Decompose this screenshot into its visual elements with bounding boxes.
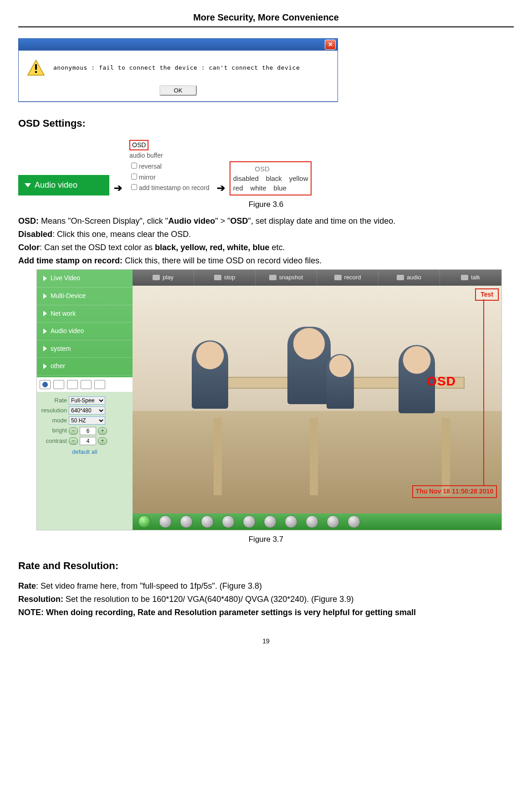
layout-4-icon[interactable]: [81, 380, 92, 389]
resolution-select[interactable]: 640*480: [69, 406, 105, 415]
play-button[interactable]: play: [133, 270, 194, 285]
warning-icon: [27, 59, 45, 77]
osd-color-label: OSD: [233, 164, 270, 174]
play-icon: [43, 293, 47, 299]
mic-icon: [461, 275, 468, 280]
play-icon: [43, 346, 47, 351]
layout-9-icon[interactable]: [94, 380, 105, 389]
snapshot-button[interactable]: snapshot: [256, 270, 317, 285]
sidebar-item-audio-video[interactable]: Audio video: [37, 323, 133, 340]
mirror-checkbox[interactable]: mirror: [129, 172, 210, 182]
sidebar-item-system[interactable]: system: [37, 340, 133, 358]
camera-web-ui: Live Video Multi-Device Net work Audio v…: [36, 269, 502, 530]
preset-dot[interactable]: [264, 515, 276, 528]
record-icon: [334, 275, 342, 280]
preset-dot[interactable]: [159, 515, 172, 528]
default-all-link[interactable]: default all: [40, 448, 130, 456]
camera-icon: [269, 275, 276, 280]
mode-select[interactable]: 50 HZ: [69, 416, 105, 425]
figure-3-7-caption: Figure 3.7: [18, 534, 514, 545]
preset-dot[interactable]: [306, 515, 318, 528]
page-header: More Security, More Convenience: [18, 11, 514, 27]
preset-dot[interactable]: [348, 515, 360, 528]
contrast-input[interactable]: [80, 437, 96, 445]
sidebar-item-network[interactable]: Net work: [37, 305, 133, 323]
osd-option-yellow[interactable]: yellow: [289, 174, 308, 183]
layout-2-icon[interactable]: [67, 380, 78, 389]
osd-test-badge: Test: [475, 288, 499, 301]
svg-rect-2: [35, 71, 37, 73]
preset-dot[interactable]: [201, 515, 214, 528]
rate-resolution-heading: Rate and Resolution: [18, 559, 514, 573]
resolution-label: resolution: [40, 406, 67, 415]
osd-timestamp: Thu Nov 18 11:50:28 2010: [412, 485, 497, 498]
figure-3-6-caption: Figure 3.6: [18, 199, 514, 210]
dialog-titlebar: ✕: [19, 39, 338, 51]
osd-option-red[interactable]: red: [233, 183, 243, 193]
layout-icons-row: [37, 377, 133, 392]
speaker-icon: [397, 275, 404, 280]
video-settings-panel: Rate Full-Spee resolution 640*480 mode 5…: [37, 392, 133, 530]
layout-single-icon[interactable]: [40, 380, 51, 389]
preset-dot[interactable]: [222, 515, 235, 528]
play-icon: [43, 276, 47, 281]
preset-bar: [133, 514, 501, 530]
play-icon: [153, 275, 160, 280]
contrast-plus-button[interactable]: +: [98, 437, 107, 445]
stop-icon: [214, 275, 221, 280]
osd-settings-row: Audio video ➔ OSD audio buffer reversal …: [18, 138, 514, 195]
ok-button[interactable]: OK: [159, 85, 197, 96]
record-button[interactable]: record: [317, 270, 379, 285]
osd-menu-list: OSD audio buffer reversal mirror add tim…: [127, 138, 212, 195]
osd-settings-heading: OSD Settings: [18, 117, 514, 131]
stop-button[interactable]: stop: [194, 270, 256, 285]
play-icon: [43, 329, 47, 334]
talk-button[interactable]: talk: [440, 270, 501, 285]
contrast-minus-button[interactable]: −: [69, 437, 78, 445]
sidebar-item-live-video[interactable]: Live Video: [37, 270, 133, 288]
preset-dot[interactable]: [285, 515, 297, 528]
osd-menu-item[interactable]: OSD: [129, 140, 148, 151]
bright-plus-button[interactable]: +: [98, 427, 107, 435]
bright-label: bright: [40, 426, 67, 435]
cam-toolbar: play stop snapshot record audio talk: [133, 270, 501, 285]
audio-buffer-item[interactable]: audio buffer: [129, 151, 210, 160]
layout-1-icon[interactable]: [53, 380, 64, 389]
preset-dot[interactable]: [243, 515, 256, 528]
osd-option-disabled[interactable]: disabled: [233, 174, 259, 183]
mode-label: mode: [40, 416, 67, 425]
audio-video-button-label: Audio video: [35, 180, 77, 191]
osd-description: OSD: Means "On-Screen Display", click "A…: [18, 216, 514, 267]
preset-dot[interactable]: [327, 515, 339, 528]
dialog-message: anonymous : fail to connect the device :…: [53, 64, 300, 72]
sidebar-item-multi-device[interactable]: Multi-Device: [37, 288, 133, 305]
audio-button[interactable]: audio: [379, 270, 440, 285]
play-icon: [43, 311, 47, 316]
sidebar-item-other[interactable]: other: [37, 358, 133, 375]
arrow-right-icon: ➔: [112, 181, 124, 195]
rate-label: Rate: [40, 396, 67, 405]
osd-option-black[interactable]: black: [266, 174, 282, 183]
error-dialog: ✕ anonymous : fail to connect the device…: [18, 38, 514, 102]
chevron-down-icon: [25, 183, 31, 187]
page-number: 19: [18, 637, 514, 646]
osd-annotation-label: OSD: [427, 372, 456, 390]
close-icon[interactable]: ✕: [325, 40, 336, 50]
arrow-right-icon: ➔: [215, 181, 227, 195]
cam-main: play stop snapshot record audio talk Tes…: [133, 270, 501, 529]
rate-resolution-text: Rate: Set video frame here, from "full-s…: [18, 580, 514, 619]
osd-option-white[interactable]: white: [251, 183, 266, 193]
play-icon: [43, 364, 47, 369]
video-view: Test OSD Thu Nov 18 11:50:28 2010: [133, 286, 501, 514]
audio-video-button[interactable]: Audio video: [18, 175, 109, 195]
add-timestamp-checkbox[interactable]: add timestamp on record: [129, 183, 210, 193]
osd-color-panel: OSD disabled black yellow red white blue: [230, 161, 312, 195]
rate-select[interactable]: Full-Spee: [69, 396, 105, 405]
bright-minus-button[interactable]: −: [69, 427, 78, 435]
preset-dot[interactable]: [138, 515, 151, 528]
svg-rect-1: [35, 64, 37, 70]
preset-dot[interactable]: [180, 515, 193, 528]
osd-option-blue[interactable]: blue: [274, 183, 286, 193]
reversal-checkbox[interactable]: reversal: [129, 161, 210, 171]
bright-input[interactable]: [80, 427, 96, 435]
